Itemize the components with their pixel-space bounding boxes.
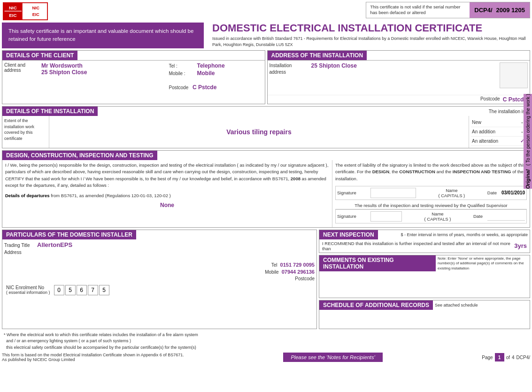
next-inspection-header-row: NEXT INSPECTION $ - Enter interval in te… — [319, 230, 530, 239]
nic-digit-3: 7 — [88, 285, 98, 295]
install-values: 25 Shipton Close — [311, 62, 498, 88]
work-description: Various tiling repairs — [226, 128, 292, 136]
page-info: Page 1 of 4 DCP4/ — [482, 353, 530, 361]
installation-body: Extent of the installation work covered … — [2, 116, 530, 148]
page-of: of — [506, 355, 510, 360]
comments-title: COMMENTS ON EXISTING INSTALLATION — [319, 255, 436, 271]
qualified-row: The results of the inspection and testin… — [335, 202, 527, 209]
nic-row: NIC Enrolment No ( essential information… — [4, 283, 315, 297]
cert-number: 2009 1205 — [496, 7, 525, 14]
installer-mobile-label: Mobile — [265, 269, 278, 275]
comments-body — [319, 272, 530, 298]
addition-option-row: An addition - — [471, 127, 528, 137]
mobile-value: Mobile — [197, 70, 215, 77]
extent-label: Extent of the installation work covered … — [2, 116, 49, 148]
departures-value: None — [5, 199, 329, 211]
trading-value: AllertonEPS — [37, 241, 72, 248]
installation-header-row: DETAILS OF THE INSTALLATION The installa… — [2, 107, 530, 116]
design-left-col: I / We, being the person(s) responsible … — [2, 160, 332, 227]
sig2-name: Name — [405, 211, 470, 216]
original-tab: ( To the person ordering the work ) Orig… — [524, 94, 532, 189]
form-note: This form is based on the model Electric… — [2, 353, 184, 357]
installer-postcode-row: Postcode — [295, 276, 315, 281]
bottom-left: This form is based on the model Electric… — [2, 353, 184, 362]
address-postcode-row: Postcode C Pstcde — [268, 95, 530, 104]
page-number: 1 — [495, 353, 504, 361]
address-section-title: ADDRESS OF THE INSTALLATION — [268, 51, 367, 60]
nic-label-area: NIC Enrolment No ( essential information… — [6, 285, 50, 295]
original-label: Original — [525, 169, 531, 189]
install-is-text: The installation is — [486, 108, 528, 115]
nic-label: NIC Enrolment No — [6, 285, 44, 290]
schedule-section: SCHEDULE OF ADDITIONAL RECORDS See attac… — [319, 300, 530, 329]
address-header-bar: ADDRESS OF THE INSTALLATION — [268, 51, 530, 61]
page: NIC EIC NIC EIC This certificate is not … — [0, 0, 532, 392]
nic-digit-1: 5 — [65, 285, 76, 295]
nic-digit-2: 6 — [77, 285, 87, 295]
alteration-option-row: An alteration ✓ — [471, 137, 528, 146]
sig1-box — [370, 188, 416, 198]
cert-validity-box: This certificate is not valid if the ser… — [366, 2, 530, 18]
page-label: Page — [482, 355, 493, 360]
design-left-text: I / We, being the person(s) responsible … — [5, 162, 329, 189]
schedule-body — [319, 310, 530, 329]
client-section-title: DETAILS OF THE CLIENT — [2, 51, 77, 60]
notes-button[interactable]: Please see the 'Notes for Recipients' — [283, 353, 382, 362]
footnote-left: * Where the electrical work to which thi… — [4, 332, 198, 351]
asterisk-text: * Where the electrical work to which thi… — [4, 332, 198, 351]
work-description-area: Various tiling repairs — [49, 116, 469, 148]
installer-tel-value: 0151 729 0095 — [280, 262, 315, 268]
tel-row: Tel : Telephone — [169, 62, 263, 69]
sig2-row: Signature Name ( CAPITALS ) Date — [335, 209, 527, 223]
schedule-title: SCHEDULE OF ADDITIONAL RECORDS — [319, 300, 433, 310]
installation-options: New - An addition - An alteration ✓ — [469, 116, 530, 148]
new-label: New — [472, 120, 481, 125]
sig1-label: Signature — [337, 190, 368, 195]
tel-label: Tel : — [169, 63, 197, 69]
footnote-area: * Where the electrical work to which thi… — [2, 331, 530, 352]
trading-label: Trading Title — [4, 243, 37, 248]
cert-invalid-text: This certificate is not valid if the ser… — [366, 2, 470, 18]
tel-value: Telephone — [197, 62, 225, 69]
installation-section-title: DETAILS OF THE INSTALLATION — [2, 107, 98, 116]
sig1-name: Name — [419, 188, 485, 193]
nic-digit-0: 0 — [54, 285, 64, 295]
installer-section: PARTICULARS OF THE DOMESTIC INSTALLER Tr… — [2, 230, 317, 329]
design-section-title: DESIGN, CONSTRUCTION, INSPECTION AND TES… — [2, 151, 157, 160]
client-address-wrapper: DETAILS OF THE CLIENT Client and address… — [2, 50, 530, 104]
installer-mobile-row: Mobile 07944 296136 — [265, 269, 315, 275]
design-bold-1: DESIGN — [372, 169, 389, 174]
installer-contacts: Tel 0151 729 0095 Mobile 07944 296136 Po… — [4, 262, 315, 281]
client-section: DETAILS OF THE CLIENT Client and address… — [2, 50, 265, 104]
subtitle-text: Issued in accordance with British Standa… — [212, 36, 530, 47]
postcode-label: Postcode — [169, 85, 189, 90]
comments-header-row: COMMENTS ON EXISTING INSTALLATION Note: … — [319, 255, 530, 272]
to-person-label: ( To the person ordering the work ) — [525, 94, 531, 166]
address-row: Address — [4, 250, 315, 255]
comments-section: COMMENTS ON EXISTING INSTALLATION Note: … — [319, 255, 530, 298]
sig2-date-label: Date — [473, 214, 483, 219]
bottom-bar: This form is based on the model Electric… — [2, 353, 530, 362]
logo-area: NIC EIC NIC EIC — [2, 2, 49, 21]
cert-label: DCP4/ — [474, 7, 492, 14]
title-area: DOMESTIC ELECTRICAL INSTALLATION CERTIFI… — [208, 23, 530, 48]
next-inspection-hint: $ - Enter interval in terms of years, mo… — [378, 231, 530, 238]
niceic-logo: NIC EIC NIC EIC — [2, 2, 49, 21]
svg-text:EIC: EIC — [32, 12, 39, 17]
next-inspection-value: 3yrs — [514, 242, 527, 249]
installer-tel-row: Tel 0151 729 0095 — [271, 262, 315, 268]
client-body: Client and address Mr Wordsworth 25 Ship… — [2, 61, 265, 92]
design-right-top: The extent of liability of the signatory… — [335, 162, 527, 182]
departures-label: Details of departures — [5, 193, 50, 198]
sig1-name-area: Name ( CAPITALS ) — [419, 188, 485, 198]
sig2-name-area: Name ( CAPITALS ) — [405, 211, 470, 222]
client-name: Mr Wordsworth — [41, 62, 167, 69]
design-header-bar: DESIGN, CONSTRUCTION, INSPECTION AND TES… — [2, 151, 530, 160]
next-inspection-body: I RECOMMEND that this installation is fu… — [319, 239, 530, 253]
installer-tel-label: Tel — [271, 262, 278, 268]
safety-note-box: This safety certificate is an important … — [2, 23, 204, 48]
client-values: Mr Wordsworth 25 Shipton Close — [41, 62, 167, 91]
construction-bold: CONSTRUCTION — [399, 169, 435, 174]
svg-text:EIC: EIC — [9, 13, 16, 18]
sig2-box — [370, 211, 402, 222]
